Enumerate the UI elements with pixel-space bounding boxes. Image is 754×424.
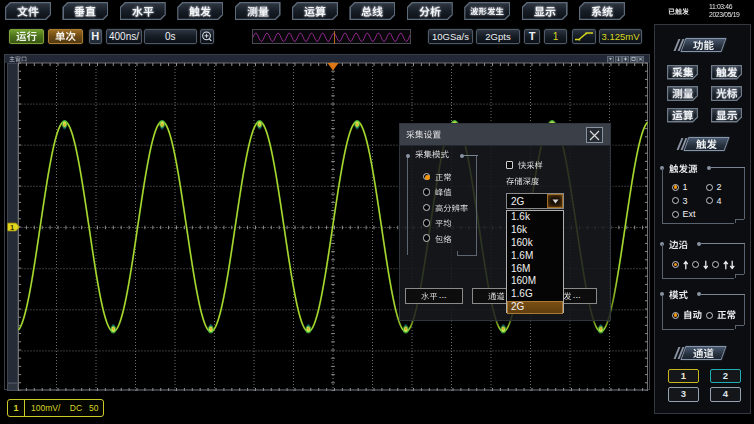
svg-text:2023/05/19: 2023/05/19 xyxy=(709,11,740,18)
svg-text:11:03:46: 11:03:46 xyxy=(709,3,733,10)
svg-text:1: 1 xyxy=(9,222,13,231)
